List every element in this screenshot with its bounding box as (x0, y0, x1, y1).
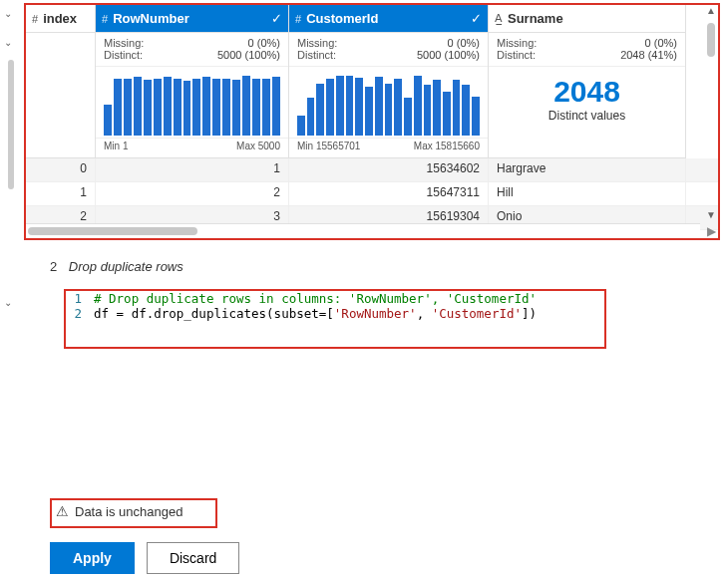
cell-index: 0 (26, 158, 96, 181)
table-row[interactable]: 1215647311Hill (26, 182, 718, 206)
missing-label: Missing: (104, 37, 144, 49)
histogram-bar (346, 76, 354, 136)
histogram-bar (252, 79, 260, 137)
col-header-index[interactable]: # index (26, 5, 95, 33)
histogram-bar (174, 79, 182, 137)
histogram-bar (202, 77, 210, 136)
histogram-rownumber (96, 67, 288, 139)
col-header-surname[interactable]: A̲ Surname (489, 5, 685, 33)
distinct-summary: 2048 Distinct values (489, 67, 685, 158)
vertical-scrollbar[interactable]: ▲ ▼ (704, 5, 718, 238)
cell-index: 1 (26, 182, 96, 205)
table-row[interactable]: 0115634602Hargrave (26, 158, 718, 182)
col-header-customerid[interactable]: # CustomerId ✓ (289, 5, 488, 33)
histogram-customerid (289, 67, 488, 139)
histogram-bar (307, 98, 315, 136)
histogram-bar (472, 97, 480, 136)
main: # index # RowNumber ✓ Missing:0 (0%) Dis… (20, 0, 728, 578)
column-headers: # index # RowNumber ✓ Missing:0 (0%) Dis… (26, 5, 718, 158)
hist-min: Min 1 (104, 141, 128, 153)
warning-icon: ⚠ (56, 503, 69, 519)
col-name: RowNumber (113, 11, 271, 26)
cell-rownum: 2 (96, 182, 289, 205)
col-header-rownumber[interactable]: # RowNumber ✓ (96, 5, 288, 33)
distinct-label: Distinct values (489, 109, 685, 123)
code-line: 2 df = df.drop_duplicates(subset=['RowNu… (66, 306, 604, 321)
missing-label: Missing: (297, 37, 337, 49)
col-index: # index (26, 5, 96, 158)
hist-min: Min 15565701 (297, 141, 360, 153)
cell-rownum: 1 (96, 158, 289, 181)
cell-custid: 15634602 (289, 158, 489, 181)
histogram-bar (272, 77, 280, 136)
hash-icon: # (102, 13, 108, 25)
status-text: Data is unchanged (75, 504, 182, 519)
spacer (26, 33, 95, 158)
histogram-bar (242, 76, 250, 136)
collapse-chevron-icon[interactable]: ⌄ (0, 6, 20, 21)
code-line: 1 # Drop duplicate rows in columns: 'Row… (66, 291, 604, 306)
collapse-chevron-icon[interactable]: ⌄ (0, 295, 16, 310)
col-name: Surname (508, 11, 679, 26)
cell-surname: Hargrave (489, 158, 686, 181)
distinct-label: Distinct: (497, 49, 536, 61)
step-number: 2 (50, 259, 57, 274)
gutter-scrollbar[interactable] (8, 60, 14, 189)
histogram-bar (104, 105, 112, 136)
histogram-bar (297, 116, 305, 136)
apply-button[interactable]: Apply (50, 542, 135, 574)
text-type-icon: A̲ (495, 12, 503, 25)
histogram-bar (183, 81, 191, 136)
missing-value: 0 (0%) (248, 37, 280, 49)
scroll-up-icon[interactable]: ▲ (704, 5, 718, 16)
code-string: 'RowNumber' (334, 306, 417, 321)
distinct-label: Distinct: (297, 49, 336, 61)
histogram-bar (114, 79, 122, 137)
histogram-bar (365, 87, 373, 136)
check-icon: ✓ (471, 11, 482, 26)
distinct-value: 5000 (100%) (217, 49, 280, 61)
col-stats: Missing:0 (0%) Distinct:2048 (41%) (489, 33, 685, 67)
missing-label: Missing: (497, 37, 537, 49)
histogram-bar (326, 79, 334, 136)
horizontal-scrollbar[interactable]: ▶ (26, 223, 700, 237)
cell-custid: 15647311 (289, 182, 489, 205)
histogram-bar (336, 76, 344, 136)
histogram-bar (462, 85, 470, 136)
line-number: 2 (66, 306, 94, 321)
distinct-label: Distinct: (104, 49, 143, 61)
col-customerid: # CustomerId ✓ Missing:0 (0%) Distinct:5… (289, 5, 489, 158)
histogram-bar (355, 78, 363, 136)
histogram-bar (414, 76, 422, 136)
cell-surname: Hill (489, 182, 686, 205)
scroll-down-icon[interactable]: ▼ (704, 209, 718, 220)
distinct-value: 5000 (100%) (417, 49, 480, 61)
col-stats: Missing:0 (0%) Distinct:5000 (100%) (96, 33, 288, 67)
col-stats: Missing:0 (0%) Distinct:5000 (100%) (289, 33, 488, 67)
histogram-range: Min 15565701 Max 15815660 (289, 139, 488, 158)
histogram-bar (394, 79, 402, 136)
code-text: df = df.drop_duplicates(subset=[ (94, 306, 334, 321)
col-name: index (43, 11, 89, 26)
code-string: 'CustomerId' (432, 306, 522, 321)
step-title: 2 Drop duplicate rows (50, 259, 183, 274)
scrollbar-thumb[interactable] (28, 227, 197, 235)
histogram-range: Min 1 Max 5000 (96, 139, 288, 158)
hist-max: Max 15815660 (414, 141, 480, 153)
histogram-bar (385, 84, 393, 136)
histogram-bar (316, 84, 324, 136)
distinct-count: 2048 (489, 75, 685, 109)
histogram-bar (164, 77, 172, 136)
status-badge: ⚠ Data is unchanged (56, 503, 182, 519)
collapse-chevron-icon[interactable]: ⌄ (0, 35, 20, 50)
discard-button[interactable]: Discard (147, 542, 239, 574)
scrollbar-thumb[interactable] (707, 23, 715, 57)
line-number: 1 (66, 291, 94, 306)
missing-value: 0 (0%) (448, 37, 480, 49)
histogram-bar (443, 92, 451, 136)
code-comment: # Drop duplicate rows in columns: 'RowNu… (94, 291, 537, 306)
histogram-bar (424, 85, 432, 136)
code-editor[interactable]: 1 # Drop duplicate rows in columns: 'Row… (66, 291, 604, 321)
histogram-bar (134, 77, 142, 136)
histogram-bar (192, 79, 200, 137)
